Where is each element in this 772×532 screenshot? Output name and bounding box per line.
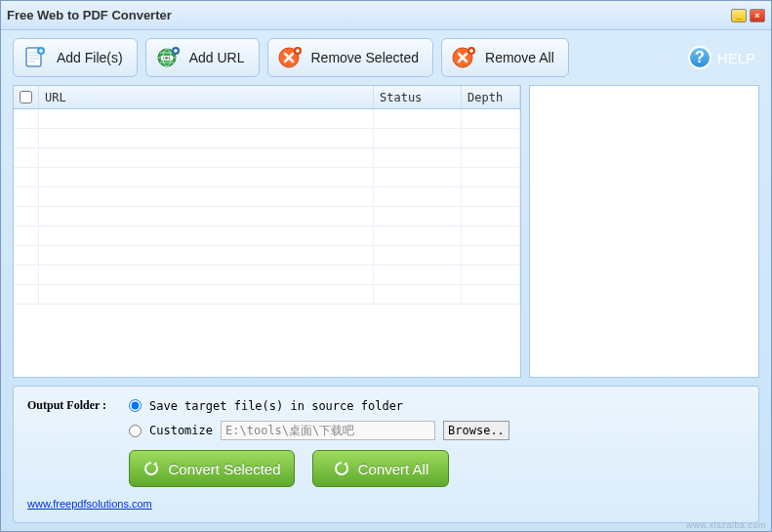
table-header: URL Status Depth [14, 86, 520, 109]
table-row [14, 168, 520, 187]
table-row [14, 129, 520, 148]
file-table: URL Status Depth [13, 85, 521, 378]
main-row: URL Status Depth [13, 85, 759, 378]
radio-source-label: Save target file(s) in source folder [149, 399, 403, 413]
content-area: Add File(s) URL Add URL Remove Selected … [1, 30, 771, 531]
browse-button[interactable]: Browse.. [443, 421, 509, 440]
website-link[interactable]: www.freepdfsolutions.com [27, 498, 152, 510]
convert-all-button[interactable]: Convert All [312, 450, 449, 487]
radio-source-folder[interactable] [129, 399, 142, 412]
convert-row: Convert Selected Convert All [129, 450, 745, 487]
remove-selected-label: Remove Selected [311, 50, 420, 65]
remove-selected-button[interactable]: Remove Selected [267, 38, 434, 77]
table-row [14, 109, 520, 129]
output-row-custom: Customize Browse.. [27, 421, 745, 440]
add-url-button[interactable]: URL Add URL [145, 38, 260, 77]
titlebar: Free Web to PDF Converter _ × [1, 1, 771, 30]
table-row [14, 246, 520, 266]
toolbar: Add File(s) URL Add URL Remove Selected … [13, 38, 759, 77]
header-status[interactable]: Status [374, 86, 462, 108]
select-all-checkbox[interactable] [20, 91, 32, 103]
radio-customize-label: Customize [149, 424, 213, 437]
close-button[interactable]: × [750, 9, 765, 22]
help-label: HELP [717, 50, 755, 66]
output-path-input[interactable] [221, 421, 435, 440]
output-panel: Output Folder : Save target file(s) in s… [13, 386, 759, 523]
output-row-source: Output Folder : Save target file(s) in s… [27, 398, 745, 413]
remove-all-icon [450, 44, 477, 71]
minimize-button[interactable]: _ [731, 9, 747, 22]
preview-panel [529, 85, 759, 378]
table-row [14, 207, 520, 226]
watermark: www.xiazaiba.com [686, 520, 766, 530]
convert-selected-label: Convert Selected [168, 461, 280, 477]
window-title: Free Web to PDF Converter [7, 8, 731, 22]
radio-customize[interactable] [129, 425, 142, 437]
convert-selected-button[interactable]: Convert Selected [129, 450, 295, 487]
table-row [14, 226, 520, 246]
remove-all-button[interactable]: Remove All [441, 38, 569, 77]
add-url-label: Add URL [189, 50, 245, 65]
app-window: Free Web to PDF Converter _ × Add File(s… [0, 0, 772, 532]
globe-add-icon: URL [154, 44, 182, 71]
refresh-icon [142, 460, 160, 477]
help-icon: ? [688, 46, 711, 69]
table-row [14, 148, 520, 168]
window-controls: _ × [731, 9, 765, 22]
refresh-icon [333, 460, 350, 477]
svg-text:URL: URL [163, 56, 172, 61]
header-checkbox-cell [14, 86, 39, 108]
table-body [14, 109, 520, 377]
add-files-button[interactable]: Add File(s) [13, 38, 138, 77]
output-folder-label: Output Folder : [27, 398, 121, 413]
footer-link-row: www.freepdfsolutions.com [27, 497, 745, 511]
remove-selected-icon [276, 44, 304, 71]
table-row [14, 187, 520, 207]
header-url[interactable]: URL [39, 86, 374, 108]
add-files-label: Add File(s) [57, 50, 123, 65]
file-add-icon [21, 44, 49, 71]
convert-all-label: Convert All [358, 461, 429, 477]
help-button[interactable]: ? HELP [688, 46, 759, 69]
table-row [14, 266, 520, 285]
remove-all-label: Remove All [485, 50, 554, 65]
table-row [14, 285, 520, 305]
header-depth[interactable]: Depth [462, 86, 520, 108]
